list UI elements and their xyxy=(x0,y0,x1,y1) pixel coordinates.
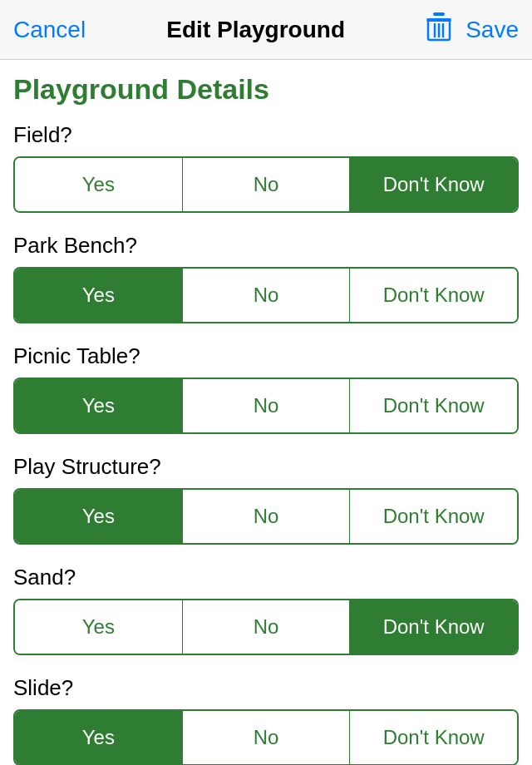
nav-bar: Cancel Edit Playground Save xyxy=(0,0,532,60)
save-button[interactable]: Save xyxy=(466,17,519,43)
seg-btn-field-dontknow[interactable]: Don't Know xyxy=(350,158,517,211)
field-group-picnic_table: Picnic Table?YesNoDon't Know xyxy=(13,343,519,434)
segmented-control-picnic_table: YesNoDon't Know xyxy=(13,378,519,434)
seg-btn-picnic_table-no[interactable]: No xyxy=(183,379,351,432)
field-label-slide: Slide? xyxy=(13,675,519,701)
field-group-field: Field?YesNoDon't Know xyxy=(13,122,519,213)
seg-btn-play_structure-yes[interactable]: Yes xyxy=(15,490,183,543)
field-label-sand: Sand? xyxy=(13,565,519,590)
seg-btn-sand-yes[interactable]: Yes xyxy=(15,600,183,654)
segmented-control-park_bench: YesNoDon't Know xyxy=(13,267,519,323)
delete-button[interactable] xyxy=(426,12,452,47)
segmented-control-sand: YesNoDon't Know xyxy=(13,599,519,655)
seg-btn-field-yes[interactable]: Yes xyxy=(15,158,183,211)
field-label-park_bench: Park Bench? xyxy=(13,233,519,259)
field-label-picnic_table: Picnic Table? xyxy=(13,343,519,369)
field-group-sand: Sand?YesNoDon't Know xyxy=(13,565,519,655)
field-group-park_bench: Park Bench?YesNoDon't Know xyxy=(13,233,519,323)
cancel-button[interactable]: Cancel xyxy=(13,17,86,43)
field-group-slide: Slide?YesNoDon't Know xyxy=(13,675,519,765)
nav-title: Edit Playground xyxy=(166,17,345,43)
segmented-control-slide: YesNoDon't Know xyxy=(13,709,519,765)
seg-btn-field-no[interactable]: No xyxy=(183,158,351,211)
seg-btn-slide-no[interactable]: No xyxy=(183,711,351,764)
seg-btn-sand-dontknow[interactable]: Don't Know xyxy=(350,600,517,654)
nav-right-actions: Save xyxy=(426,12,519,47)
seg-btn-sand-no[interactable]: No xyxy=(183,600,351,654)
svg-rect-1 xyxy=(433,12,445,16)
trash-icon xyxy=(426,12,452,42)
seg-btn-park_bench-yes[interactable]: Yes xyxy=(15,269,183,322)
seg-btn-play_structure-no[interactable]: No xyxy=(183,490,351,543)
main-content: Playground Details Field?YesNoDon't Know… xyxy=(0,60,532,765)
seg-btn-picnic_table-dontknow[interactable]: Don't Know xyxy=(350,379,517,432)
segmented-control-field: YesNoDon't Know xyxy=(13,156,519,213)
segmented-control-play_structure: YesNoDon't Know xyxy=(13,488,519,545)
field-label-play_structure: Play Structure? xyxy=(13,454,519,480)
seg-btn-park_bench-no[interactable]: No xyxy=(183,269,351,322)
seg-btn-play_structure-dontknow[interactable]: Don't Know xyxy=(350,490,517,543)
fields-container: Field?YesNoDon't KnowPark Bench?YesNoDon… xyxy=(13,122,519,765)
seg-btn-slide-dontknow[interactable]: Don't Know xyxy=(350,711,517,764)
seg-btn-picnic_table-yes[interactable]: Yes xyxy=(15,379,183,432)
seg-btn-slide-yes[interactable]: Yes xyxy=(15,711,183,764)
field-label-field: Field? xyxy=(13,122,519,148)
section-title: Playground Details xyxy=(13,73,519,106)
field-group-play_structure: Play Structure?YesNoDon't Know xyxy=(13,454,519,545)
seg-btn-park_bench-dontknow[interactable]: Don't Know xyxy=(350,269,517,322)
